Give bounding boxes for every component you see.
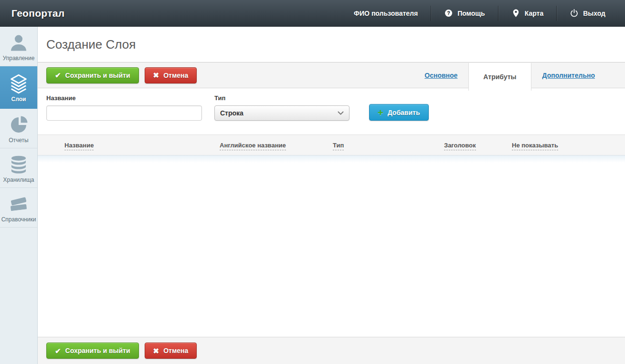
chevron-down-icon <box>338 111 344 115</box>
cancel-label: Отмена <box>163 72 188 79</box>
save-exit-label: Сохранить и выйти <box>65 347 130 354</box>
add-attribute-button[interactable]: + Добавить <box>369 104 429 121</box>
plus-icon: + <box>378 108 383 117</box>
map-pin-icon <box>511 9 520 18</box>
user-icon <box>1 32 36 54</box>
attributes-table-header: Название Английское название Тип Заголов… <box>38 135 625 156</box>
check-icon: ✔ <box>55 347 61 354</box>
logout-button[interactable]: Выход <box>557 9 618 18</box>
cancel-label: Отмена <box>163 347 188 354</box>
tab-additional[interactable]: Дополнительно <box>531 72 606 79</box>
sidebar: Управление Слои Отчеты <box>0 27 38 364</box>
attribute-form: Название Тип Строка + Добавить <box>38 88 625 121</box>
books-icon <box>1 193 36 215</box>
sidebar-item-directories[interactable]: Справочники <box>0 188 37 228</box>
page-title-bar: Создание Слоя <box>38 27 625 62</box>
save-exit-button-bottom[interactable]: ✔ Сохранить и выйти <box>46 343 139 359</box>
save-exit-button[interactable]: ✔ Сохранить и выйти <box>46 67 139 83</box>
app-logo: Геопортал <box>0 8 64 19</box>
main-content: Создание Слоя ✔ Сохранить и выйти ✖ Отме… <box>38 27 625 364</box>
save-exit-label: Сохранить и выйти <box>65 72 130 79</box>
sidebar-item-label: Слои <box>1 96 36 103</box>
sidebar-item-management[interactable]: Управление <box>0 27 37 66</box>
layers-icon <box>1 73 36 95</box>
name-input[interactable] <box>46 105 202 121</box>
cancel-button-bottom[interactable]: ✖ Отмена <box>145 343 197 359</box>
table-body-empty <box>38 156 625 163</box>
type-select[interactable]: Строка <box>214 105 350 121</box>
sidebar-item-reports[interactable]: Отчеты <box>0 109 37 148</box>
column-header-type[interactable]: Тип <box>333 142 444 149</box>
column-header-english-name[interactable]: Английское название <box>220 142 333 149</box>
tab-attributes[interactable]: Атрибуты <box>468 63 531 91</box>
x-icon: ✖ <box>153 347 159 354</box>
sidebar-item-label: Отчеты <box>1 137 36 144</box>
x-icon: ✖ <box>153 72 159 79</box>
tab-bar: Основное Атрибуты Дополнительно <box>413 62 606 88</box>
sidebar-item-storages[interactable]: Хранилища <box>0 148 37 188</box>
header-nav: ФИО пользователя ? Помощь Карта <box>341 0 625 26</box>
cancel-button[interactable]: ✖ Отмена <box>145 67 197 83</box>
attributes-table: Название Английское название Тип Заголов… <box>38 135 625 163</box>
check-icon: ✔ <box>55 72 61 79</box>
sidebar-item-layers[interactable]: Слои <box>0 66 37 109</box>
name-field-label: Название <box>46 94 202 102</box>
column-header-title[interactable]: Заголовок <box>444 142 512 149</box>
power-icon <box>570 9 579 18</box>
sidebar-item-label: Управление <box>1 55 36 62</box>
column-header-hide[interactable]: Не показывать <box>512 142 625 149</box>
add-label: Добавить <box>388 109 420 116</box>
help-button[interactable]: ? Помощь <box>431 9 498 18</box>
type-field-label: Тип <box>214 94 350 102</box>
help-label: Помощь <box>457 10 485 17</box>
database-icon <box>1 154 36 176</box>
map-label: Карта <box>525 10 544 17</box>
map-button[interactable]: Карта <box>498 9 557 18</box>
sidebar-item-label: Справочники <box>1 216 36 223</box>
column-header-name[interactable]: Название <box>38 142 220 149</box>
help-icon: ? <box>444 9 453 18</box>
type-select-value: Строка <box>220 109 338 117</box>
svg-text:?: ? <box>447 10 450 16</box>
tab-main[interactable]: Основное <box>413 72 468 79</box>
bottom-action-bar: ✔ Сохранить и выйти ✖ Отмена <box>38 337 625 364</box>
user-menu[interactable]: ФИО пользователя <box>341 10 431 17</box>
page-title: Создание Слоя <box>46 37 136 52</box>
logout-label: Выход <box>583 10 605 17</box>
sidebar-item-label: Хранилища <box>1 177 36 183</box>
app-header: Геопортал ФИО пользователя ? Помощь К <box>0 0 625 27</box>
pie-chart-icon <box>1 114 36 136</box>
toolbar: ✔ Сохранить и выйти ✖ Отмена Основное Ат… <box>38 62 625 88</box>
user-name-label: ФИО пользователя <box>354 10 418 17</box>
